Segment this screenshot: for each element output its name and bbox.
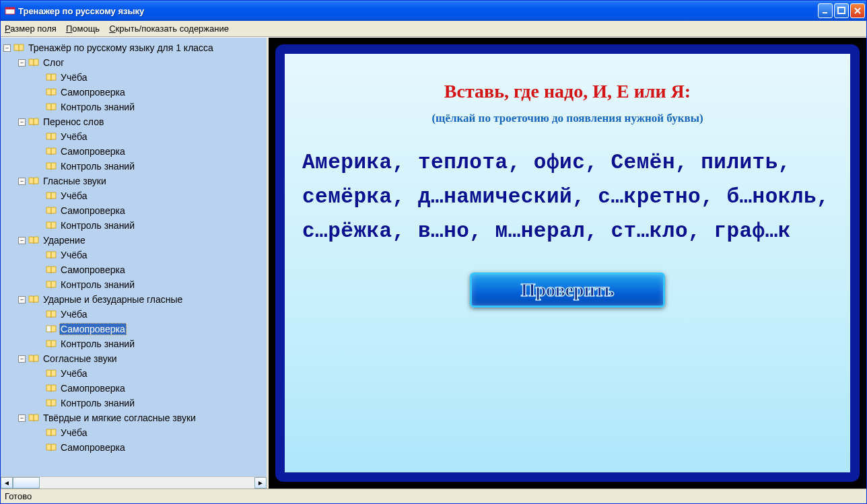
tree-item[interactable]: Самопроверка xyxy=(3,203,267,218)
book-icon xyxy=(28,177,39,185)
tree-item-label[interactable]: Тренажёр по русскому языку для 1 класса xyxy=(27,42,215,53)
menu-field-size[interactable]: Размер поля xyxy=(5,24,57,34)
tree-item[interactable]: Самопроверка xyxy=(3,144,267,159)
book-icon xyxy=(28,236,39,244)
tree-topic[interactable]: −Согласные звуки xyxy=(3,351,267,366)
tree-item[interactable]: Учёба xyxy=(3,188,267,203)
expander-icon[interactable]: − xyxy=(18,59,26,67)
close-button[interactable] xyxy=(850,3,865,18)
tree-topic[interactable]: −Гласные звуки xyxy=(3,174,267,188)
expander-icon[interactable]: − xyxy=(3,44,11,52)
tree-item-label[interactable]: Твёрдые и мягкие согласные звуки xyxy=(42,412,197,423)
tree-item-label[interactable]: Контроль знаний xyxy=(59,102,136,112)
book-icon xyxy=(46,369,57,377)
menubar: Размер поля Помощь Скрыть/показать содер… xyxy=(1,21,866,37)
tree-item-label[interactable]: Учёба xyxy=(59,131,88,142)
expander-icon[interactable]: − xyxy=(18,355,26,363)
tree-item[interactable]: Самопроверка xyxy=(3,85,267,100)
tree-item[interactable]: Контроль знаний xyxy=(3,100,267,114)
book-icon xyxy=(46,429,57,437)
tree-item[interactable]: Учёба xyxy=(3,366,267,381)
tree-item-label[interactable]: Самопроверка xyxy=(59,442,127,453)
tree-topic[interactable]: −Перенос слов xyxy=(3,114,267,129)
tree-item-label[interactable]: Контроль знаний xyxy=(59,161,136,172)
tree-item-label[interactable]: Самопроверка xyxy=(59,323,127,335)
tree-item-label[interactable]: Контроль знаний xyxy=(59,220,136,231)
tree-item[interactable]: Контроль знаний xyxy=(3,218,267,233)
exercise-words[interactable]: Америка, теплота, офис, Семён, пилить, с… xyxy=(298,145,837,248)
exercise-subtitle: (щёлкай по троеточию до появления нужной… xyxy=(431,112,703,125)
tree-item-label[interactable]: Самопроверка xyxy=(59,87,127,98)
tree-item[interactable]: Контроль знаний xyxy=(3,277,267,292)
expander-icon[interactable]: − xyxy=(18,178,26,185)
expander-icon[interactable]: − xyxy=(18,415,26,422)
tree-item-label[interactable]: Самопроверка xyxy=(59,146,127,157)
tree-item-label[interactable]: Учёба xyxy=(59,368,88,379)
tree-item-label[interactable]: Учёба xyxy=(59,72,88,83)
book-icon xyxy=(28,59,39,67)
tree-topic[interactable]: −Твёрдые и мягкие согласные звуки xyxy=(3,410,267,425)
tree-item[interactable]: Самопроверка xyxy=(3,262,267,277)
tree-item[interactable]: Самопроверка xyxy=(3,440,267,455)
book-icon xyxy=(46,281,57,289)
expander-icon[interactable]: − xyxy=(18,237,26,244)
tree-item-label[interactable]: Самопроверка xyxy=(59,205,127,216)
tree-item-label[interactable]: Самопроверка xyxy=(59,264,127,275)
tree-item-label[interactable]: Согласные звуки xyxy=(42,353,118,364)
tree-item[interactable]: Самопроверка xyxy=(3,322,267,336)
statusbar: Готово xyxy=(1,489,866,503)
tree-item-label[interactable]: Контроль знаний xyxy=(59,338,136,349)
titlebar: Тренажер по русскому языку xyxy=(1,1,866,21)
book-icon xyxy=(46,266,57,274)
tree-item-label[interactable]: Учёба xyxy=(59,190,88,201)
tree-item[interactable]: Контроль знаний xyxy=(3,396,267,410)
maximize-button[interactable] xyxy=(834,3,849,18)
tree-root[interactable]: −Тренажёр по русскому языку для 1 класса xyxy=(3,40,267,55)
tree-topic[interactable]: −Ударные и безударные гласные xyxy=(3,292,267,307)
tree-item[interactable]: Учёба xyxy=(3,70,267,85)
exercise-frame: Вставь, где надо, И, Е или Я: (щёлкай по… xyxy=(275,44,860,482)
book-icon xyxy=(28,355,39,363)
tree-item[interactable]: Учёба xyxy=(3,425,267,440)
window-controls xyxy=(818,3,865,18)
menu-help[interactable]: Помощь xyxy=(66,24,100,34)
tree-item[interactable]: Учёба xyxy=(3,248,267,262)
tree-topic[interactable]: −Слог xyxy=(3,55,267,70)
tree-item-label[interactable]: Контроль знаний xyxy=(59,398,136,408)
tree-item-label[interactable]: Слог xyxy=(42,57,65,68)
tree-item-label[interactable]: Учёба xyxy=(59,427,88,438)
book-icon xyxy=(46,384,57,392)
tree-item[interactable]: Самопроверка xyxy=(3,381,267,396)
h-scrollbar[interactable]: ◄ ► xyxy=(1,476,267,489)
tree-view[interactable]: −Тренажёр по русскому языку для 1 класса… xyxy=(1,38,267,476)
tree-topic[interactable]: −Ударение xyxy=(3,233,267,248)
tree-item[interactable]: Учёба xyxy=(3,307,267,322)
book-icon xyxy=(46,310,57,318)
tree-item-label[interactable]: Учёба xyxy=(59,309,88,320)
tree-item-label[interactable]: Гласные звуки xyxy=(42,176,108,186)
scroll-right-button[interactable]: ► xyxy=(254,477,267,489)
menu-toggle-toc[interactable]: Скрыть/показать содержание xyxy=(109,24,229,34)
check-button-label: Проверить xyxy=(521,279,614,301)
tree-item[interactable]: Контроль знаний xyxy=(3,336,267,351)
tree-item-label[interactable]: Учёба xyxy=(59,250,88,260)
tree-item[interactable]: Контроль знаний xyxy=(3,159,267,174)
expander-icon[interactable]: − xyxy=(18,118,26,126)
tree-item-label[interactable]: Ударение xyxy=(42,235,87,246)
book-icon xyxy=(13,44,24,52)
book-icon xyxy=(46,207,57,215)
expander-icon[interactable]: − xyxy=(18,296,26,303)
scroll-left-button[interactable]: ◄ xyxy=(1,477,13,489)
minimize-button[interactable] xyxy=(818,3,833,18)
tree-item-label[interactable]: Самопроверка xyxy=(59,383,127,394)
tree-item-label[interactable]: Ударные и безударные гласные xyxy=(42,294,184,305)
scroll-track[interactable] xyxy=(13,477,254,489)
scroll-thumb[interactable] xyxy=(13,477,40,489)
tree-item-label[interactable]: Контроль знаний xyxy=(59,279,136,290)
svg-rect-3 xyxy=(838,7,845,13)
content-pane: Вставь, где надо, И, Е или Я: (щёлкай по… xyxy=(269,38,866,489)
check-button[interactable]: Проверить xyxy=(470,273,665,308)
tree-item-label[interactable]: Перенос слов xyxy=(42,116,105,127)
book-icon xyxy=(28,118,39,126)
tree-item[interactable]: Учёба xyxy=(3,129,267,144)
